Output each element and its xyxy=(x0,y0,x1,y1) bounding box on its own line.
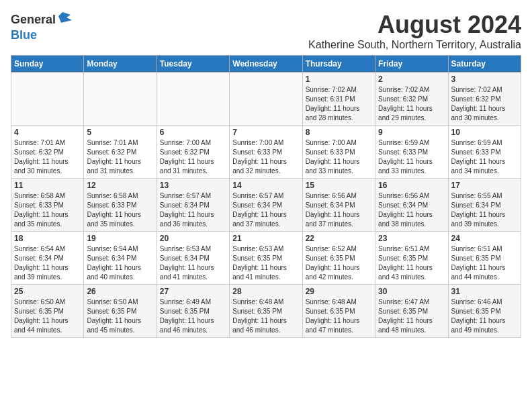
main-title: August 2024 xyxy=(308,11,521,39)
day-number: 12 xyxy=(87,181,153,190)
calendar-cell: 1Sunrise: 7:02 AMSunset: 6:31 PMDaylight… xyxy=(302,73,375,126)
day-info: Sunrise: 7:02 AMSunset: 6:32 PMDaylight:… xyxy=(451,85,518,123)
calendar-week-row: 1Sunrise: 7:02 AMSunset: 6:31 PMDaylight… xyxy=(11,73,521,126)
calendar-cell: 29Sunrise: 6:48 AMSunset: 6:35 PMDayligh… xyxy=(302,285,375,338)
day-number: 29 xyxy=(306,287,372,296)
calendar-cell xyxy=(230,73,302,126)
day-info: Sunrise: 6:52 AMSunset: 6:35 PMDaylight:… xyxy=(306,244,372,282)
calendar-cell: 17Sunrise: 6:55 AMSunset: 6:34 PMDayligh… xyxy=(448,179,521,232)
day-info: Sunrise: 6:56 AMSunset: 6:34 PMDaylight:… xyxy=(306,191,372,229)
day-info: Sunrise: 6:58 AMSunset: 6:33 PMDaylight:… xyxy=(14,191,81,229)
day-number: 27 xyxy=(160,287,226,296)
calendar-header-saturday: Saturday xyxy=(448,56,521,73)
day-number: 25 xyxy=(14,287,81,296)
day-info: Sunrise: 6:46 AMSunset: 6:35 PMDaylight:… xyxy=(451,298,518,335)
calendar-cell: 27Sunrise: 6:49 AMSunset: 6:35 PMDayligh… xyxy=(157,285,229,338)
calendar-cell: 2Sunrise: 7:02 AMSunset: 6:32 PMDaylight… xyxy=(375,73,448,126)
day-number: 22 xyxy=(306,234,372,243)
calendar-week-row: 4Sunrise: 7:01 AMSunset: 6:32 PMDaylight… xyxy=(11,126,521,179)
day-number: 18 xyxy=(14,234,81,243)
day-number: 14 xyxy=(232,181,299,190)
day-number: 30 xyxy=(378,287,445,296)
day-info: Sunrise: 6:51 AMSunset: 6:35 PMDaylight:… xyxy=(451,244,518,282)
calendar-cell: 15Sunrise: 6:56 AMSunset: 6:34 PMDayligh… xyxy=(302,179,375,232)
day-info: Sunrise: 6:56 AMSunset: 6:34 PMDaylight:… xyxy=(378,191,445,229)
calendar-cell: 14Sunrise: 6:57 AMSunset: 6:34 PMDayligh… xyxy=(230,179,302,232)
day-info: Sunrise: 7:02 AMSunset: 6:32 PMDaylight:… xyxy=(378,85,445,123)
calendar-cell: 8Sunrise: 7:00 AMSunset: 6:33 PMDaylight… xyxy=(302,126,375,179)
calendar-cell: 20Sunrise: 6:53 AMSunset: 6:34 PMDayligh… xyxy=(157,232,229,285)
day-info: Sunrise: 6:48 AMSunset: 6:35 PMDaylight:… xyxy=(306,298,372,335)
day-info: Sunrise: 6:58 AMSunset: 6:33 PMDaylight:… xyxy=(87,191,153,229)
day-number: 1 xyxy=(306,75,372,84)
calendar-cell: 21Sunrise: 6:53 AMSunset: 6:35 PMDayligh… xyxy=(230,232,302,285)
day-info: Sunrise: 7:00 AMSunset: 6:33 PMDaylight:… xyxy=(306,138,372,176)
calendar-header-sunday: Sunday xyxy=(11,56,84,73)
logo: General Blue xyxy=(11,11,72,42)
day-info: Sunrise: 7:00 AMSunset: 6:32 PMDaylight:… xyxy=(160,138,226,176)
day-number: 2 xyxy=(378,75,445,84)
calendar-cell: 22Sunrise: 6:52 AMSunset: 6:35 PMDayligh… xyxy=(302,232,375,285)
day-info: Sunrise: 6:59 AMSunset: 6:33 PMDaylight:… xyxy=(451,138,518,176)
calendar-cell: 7Sunrise: 7:00 AMSunset: 6:33 PMDaylight… xyxy=(230,126,302,179)
day-number: 19 xyxy=(87,234,153,243)
day-info: Sunrise: 6:55 AMSunset: 6:34 PMDaylight:… xyxy=(451,191,518,229)
calendar-header-row: SundayMondayTuesdayWednesdayThursdayFrid… xyxy=(11,56,521,73)
calendar-cell: 12Sunrise: 6:58 AMSunset: 6:33 PMDayligh… xyxy=(84,179,157,232)
logo-bird-icon xyxy=(57,11,72,28)
calendar-cell: 6Sunrise: 7:00 AMSunset: 6:32 PMDaylight… xyxy=(157,126,229,179)
day-info: Sunrise: 6:53 AMSunset: 6:34 PMDaylight:… xyxy=(160,244,226,282)
day-number: 13 xyxy=(160,181,226,190)
calendar-week-row: 25Sunrise: 6:50 AMSunset: 6:35 PMDayligh… xyxy=(11,285,521,338)
calendar-cell: 10Sunrise: 6:59 AMSunset: 6:33 PMDayligh… xyxy=(448,126,521,179)
day-number: 26 xyxy=(87,287,153,296)
calendar-header-monday: Monday xyxy=(84,56,157,73)
day-info: Sunrise: 6:50 AMSunset: 6:35 PMDaylight:… xyxy=(14,298,81,335)
calendar-cell: 5Sunrise: 7:01 AMSunset: 6:32 PMDaylight… xyxy=(84,126,157,179)
day-info: Sunrise: 7:01 AMSunset: 6:32 PMDaylight:… xyxy=(87,138,153,176)
day-info: Sunrise: 6:51 AMSunset: 6:35 PMDaylight:… xyxy=(378,244,445,282)
calendar-cell: 25Sunrise: 6:50 AMSunset: 6:35 PMDayligh… xyxy=(11,285,84,338)
day-number: 23 xyxy=(378,234,445,243)
day-number: 8 xyxy=(306,128,372,137)
calendar-cell xyxy=(157,73,229,126)
calendar-cell: 31Sunrise: 6:46 AMSunset: 6:35 PMDayligh… xyxy=(448,285,521,338)
day-info: Sunrise: 6:57 AMSunset: 6:34 PMDaylight:… xyxy=(160,191,226,229)
calendar-cell: 23Sunrise: 6:51 AMSunset: 6:35 PMDayligh… xyxy=(375,232,448,285)
day-number: 28 xyxy=(232,287,299,296)
svg-marker-0 xyxy=(58,12,72,23)
day-number: 11 xyxy=(14,181,81,190)
calendar-cell: 18Sunrise: 6:54 AMSunset: 6:34 PMDayligh… xyxy=(11,232,84,285)
calendar-cell: 11Sunrise: 6:58 AMSunset: 6:33 PMDayligh… xyxy=(11,179,84,232)
day-number: 31 xyxy=(451,287,518,296)
day-info: Sunrise: 6:54 AMSunset: 6:34 PMDaylight:… xyxy=(87,244,153,282)
calendar-cell: 13Sunrise: 6:57 AMSunset: 6:34 PMDayligh… xyxy=(157,179,229,232)
header: General Blue August 2024 Katherine South… xyxy=(11,11,521,51)
title-block: August 2024 Katherine South, Northern Te… xyxy=(308,11,521,51)
calendar-cell xyxy=(84,73,157,126)
day-info: Sunrise: 6:48 AMSunset: 6:35 PMDaylight:… xyxy=(232,298,299,335)
day-info: Sunrise: 7:01 AMSunset: 6:32 PMDaylight:… xyxy=(14,138,81,176)
day-info: Sunrise: 7:02 AMSunset: 6:31 PMDaylight:… xyxy=(306,85,372,123)
day-number: 7 xyxy=(232,128,299,137)
day-info: Sunrise: 6:47 AMSunset: 6:35 PMDaylight:… xyxy=(378,298,445,335)
day-info: Sunrise: 6:53 AMSunset: 6:35 PMDaylight:… xyxy=(232,244,299,282)
calendar-week-row: 18Sunrise: 6:54 AMSunset: 6:34 PMDayligh… xyxy=(11,232,521,285)
sub-title: Katherine South, Northern Territory, Aus… xyxy=(308,39,521,51)
calendar-week-row: 11Sunrise: 6:58 AMSunset: 6:33 PMDayligh… xyxy=(11,179,521,232)
calendar-cell: 30Sunrise: 6:47 AMSunset: 6:35 PMDayligh… xyxy=(375,285,448,338)
calendar-cell: 28Sunrise: 6:48 AMSunset: 6:35 PMDayligh… xyxy=(230,285,302,338)
day-number: 4 xyxy=(14,128,81,137)
calendar-header-tuesday: Tuesday xyxy=(157,56,229,73)
day-number: 20 xyxy=(160,234,226,243)
day-number: 15 xyxy=(306,181,372,190)
day-info: Sunrise: 6:54 AMSunset: 6:34 PMDaylight:… xyxy=(14,244,81,282)
logo-general-text: General xyxy=(11,13,56,27)
calendar-cell: 24Sunrise: 6:51 AMSunset: 6:35 PMDayligh… xyxy=(448,232,521,285)
day-info: Sunrise: 7:00 AMSunset: 6:33 PMDaylight:… xyxy=(232,138,299,176)
day-number: 9 xyxy=(378,128,445,137)
day-info: Sunrise: 6:57 AMSunset: 6:34 PMDaylight:… xyxy=(232,191,299,229)
calendar-cell: 16Sunrise: 6:56 AMSunset: 6:34 PMDayligh… xyxy=(375,179,448,232)
calendar-header-thursday: Thursday xyxy=(302,56,375,73)
day-info: Sunrise: 6:49 AMSunset: 6:35 PMDaylight:… xyxy=(160,298,226,335)
